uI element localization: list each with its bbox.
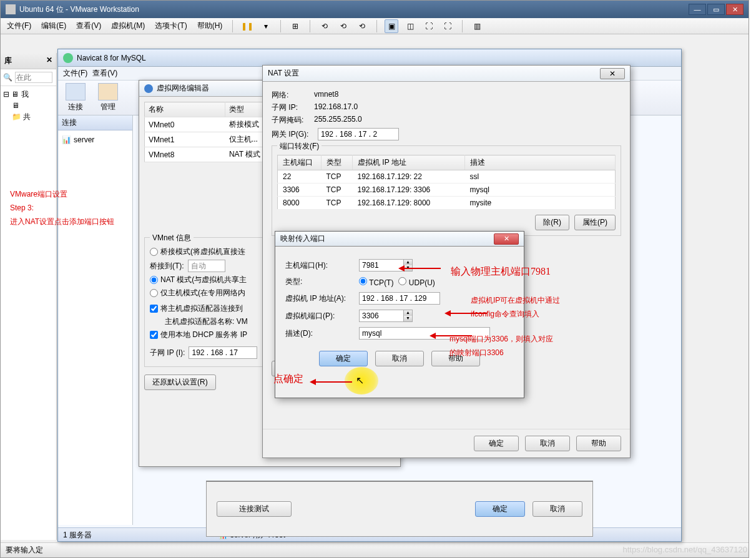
spin-up-icon[interactable]: ▲	[403, 310, 412, 316]
server-icon: 📊	[62, 135, 71, 144]
remove-button[interactable]: 除(R)	[535, 215, 569, 230]
portmap-ok-button[interactable]: 确定	[319, 351, 368, 366]
host-port-spinner[interactable]: ▲▼	[359, 259, 413, 272]
table-row[interactable]: 8000TCP192.168.17.129: 8000mysite	[278, 197, 616, 210]
radio-hostonly[interactable]	[150, 289, 158, 297]
menu-tabs[interactable]: 选项卡(T)	[152, 19, 189, 32]
vm-port-field[interactable]	[360, 310, 403, 321]
nav-menu-file[interactable]: 文件(F)	[63, 68, 87, 79]
vmware-sidebar: 库 ✕ 🔍 ⊟ 🖥 我 🖥 📁 共	[1, 53, 57, 540]
restore-defaults-button[interactable]: 还原默认设置(R)	[144, 374, 216, 390]
portmap-cancel-button[interactable]: 取消	[375, 351, 424, 366]
menu-file[interactable]: 文件(F)	[4, 19, 34, 32]
tree-root[interactable]: ⊟ 🖥 我	[3, 89, 54, 100]
vm-settings-icon[interactable]: ⊞	[288, 19, 302, 33]
pause-icon[interactable]: ❚❚	[240, 19, 254, 33]
portmap-title-text: 映射传入端口	[280, 233, 325, 244]
portmap-close-button[interactable]: ✕	[494, 233, 519, 245]
table-row[interactable]: 22TCP192.168.17.129: 22ssl	[278, 170, 616, 184]
spin-down-icon[interactable]: ▼	[403, 316, 412, 321]
sidebar-title: 库	[4, 56, 12, 66]
properties-button[interactable]: 属性(P)	[574, 215, 616, 230]
fullscreen-icon[interactable]: ▣	[385, 19, 398, 33]
navicat-icon	[63, 53, 73, 63]
maximize-button[interactable]: ▭	[707, 4, 725, 15]
fit-window-icon[interactable]: ⛶	[441, 19, 454, 33]
test-connection-button[interactable]: 连接测试	[217, 501, 292, 517]
vm-port-label: 虚拟机端口(P):	[285, 311, 354, 321]
tool-manage[interactable]: 管理	[98, 83, 118, 112]
dropdown-icon[interactable]: ▾	[259, 19, 273, 33]
col-protocol[interactable]: 类型	[322, 155, 353, 170]
portmap-titlebar: 映射传入端口 ✕	[275, 232, 524, 247]
menu-edit[interactable]: 编辑(E)	[39, 19, 69, 32]
portmap-help-button[interactable]: 帮助	[431, 351, 480, 366]
tool-connect[interactable]: 连接	[66, 83, 86, 112]
vm-ip-field[interactable]	[359, 292, 440, 305]
navicat-titlebar: Navicat 8 for MySQL	[58, 49, 681, 67]
port-forward-group: 端口转发(F) 主机端口 类型 虚拟机 IP 地址 描述 22TCP192.16…	[272, 145, 621, 236]
host-port-field[interactable]	[360, 260, 403, 271]
radio-udp[interactable]: UDP(U)	[398, 277, 434, 287]
bridge-to-label: 桥接到(T):	[150, 261, 184, 272]
nav-tree: 📊 server	[58, 130, 132, 149]
col-desc[interactable]: 描述	[465, 155, 616, 170]
radio-tcp[interactable]: TCP(T)	[359, 277, 393, 287]
navicat-sidebar: 连接 📊 server	[58, 115, 133, 525]
library-icon[interactable]: ▥	[470, 19, 484, 33]
nat-help-button[interactable]: 帮助	[576, 436, 621, 451]
table-row[interactable]: 3306TCP192.168.17.129: 3306mysql	[278, 184, 616, 197]
spin-down-icon[interactable]: ▼	[403, 265, 412, 271]
connection-dialog-bottom: 连接测试 确定 取消	[206, 481, 593, 537]
minimize-button[interactable]: —	[689, 4, 706, 15]
menu-help[interactable]: 帮助(H)	[195, 19, 225, 32]
vmware-icon	[6, 4, 16, 14]
nat-close-button[interactable]: ✕	[600, 68, 625, 79]
subnet-ip-field[interactable]	[189, 346, 257, 359]
vm-port-spinner[interactable]: ▲▼	[359, 310, 413, 322]
snapshot2-icon[interactable]: ⟲	[336, 19, 350, 33]
subnet-mask-label: 子网掩码:	[272, 115, 309, 125]
close-button[interactable]: ✕	[726, 4, 744, 15]
chk-adapter[interactable]	[150, 305, 158, 313]
chk-dhcp[interactable]	[150, 331, 158, 339]
col-host-port[interactable]: 主机端口	[278, 155, 322, 170]
menu-vm[interactable]: 虚拟机(M)	[109, 19, 147, 32]
search-input[interactable]	[15, 72, 52, 83]
vmware-titlebar: Ubuntu 64 位 - VMware Workstation — ▭ ✕	[1, 1, 749, 18]
radio-nat[interactable]	[150, 276, 158, 284]
tree-shared[interactable]: 📁 共	[3, 111, 54, 122]
nat-cancel-button[interactable]: 取消	[525, 436, 570, 451]
nav-tree-server[interactable]: 📊 server	[62, 134, 129, 145]
nav-menu-view[interactable]: 查看(V)	[92, 68, 117, 79]
snapshot-icon[interactable]: ⟲	[318, 19, 331, 33]
navicat-title: Navicat 8 for MySQL	[77, 54, 146, 62]
col-vm-ip[interactable]: 虚拟机 IP 地址	[353, 155, 465, 170]
gateway-field[interactable]	[318, 128, 399, 140]
unity-icon[interactable]: ◫	[403, 19, 417, 33]
col-name[interactable]: 名称	[145, 102, 225, 117]
vne-title-text: 虚拟网络编辑器	[157, 83, 209, 94]
fit-guest-icon[interactable]: ⛶	[422, 19, 436, 33]
port-mapping-dialog: 映射传入端口 ✕ 主机端口(H): ▲▼ 类型: TCP(T) UDP(U) 虚…	[275, 231, 524, 398]
sidebar-close-icon[interactable]: ✕	[46, 56, 52, 66]
radio-bridge[interactable]	[150, 248, 158, 256]
desc-field[interactable]	[359, 327, 490, 340]
port-group-title: 端口转发(F)	[277, 141, 322, 152]
bridge-to-field[interactable]	[188, 260, 225, 272]
conn-ok-button[interactable]: 确定	[475, 501, 525, 517]
vne-icon	[144, 84, 153, 93]
subnet-mask-value: 255.255.255.0	[314, 115, 362, 125]
subnet-ip-value: 192.168.17.0	[314, 102, 358, 113]
group-title: VMnet 信息	[150, 233, 194, 243]
vmware-menubar: 文件(F) 编辑(E) 查看(V) 虚拟机(M) 选项卡(T) 帮助(H) ❚❚…	[1, 18, 749, 34]
nat-titlebar: NAT 设置 ✕	[263, 66, 630, 82]
snapshot-mgr-icon[interactable]: ⟲	[355, 19, 369, 33]
tree-my-computer[interactable]: 🖥	[3, 100, 54, 111]
spin-up-icon[interactable]: ▲	[403, 260, 412, 265]
vmware-title: Ubuntu 64 位 - VMware Workstation	[19, 4, 689, 15]
conn-cancel-button[interactable]: 取消	[533, 501, 582, 517]
nat-ok-button[interactable]: 确定	[474, 436, 519, 451]
menu-view[interactable]: 查看(V)	[74, 19, 104, 32]
watermark: https://blog.csdn.net/qq_43637120	[623, 545, 748, 554]
